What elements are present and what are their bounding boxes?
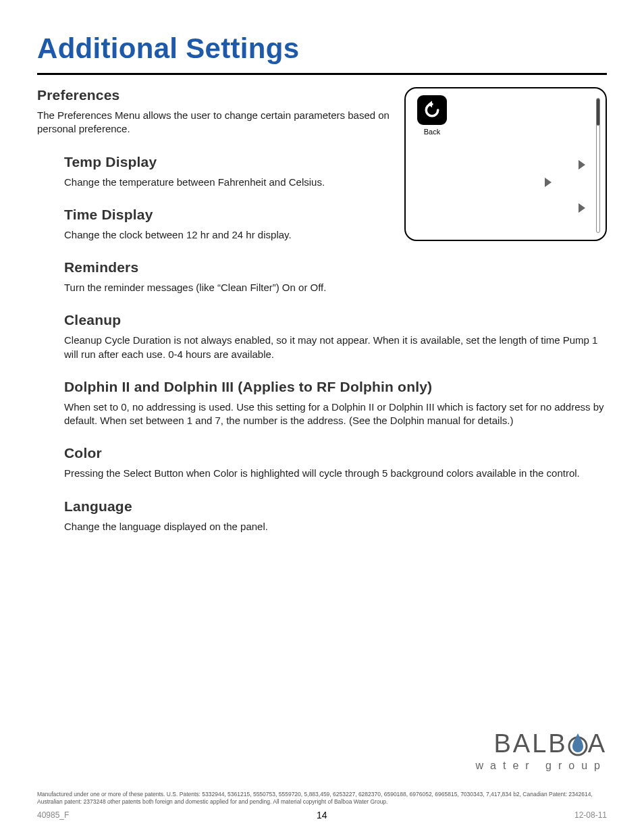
- chevron-right-icon[interactable]: [579, 203, 585, 213]
- brand-text-left: BALB: [493, 729, 567, 758]
- top-row: Preferences The Preferences Menu allows …: [37, 87, 607, 259]
- brand-tagline: water group: [37, 760, 607, 772]
- brand-logo: BALB A water group: [37, 729, 607, 772]
- temp-display-heading: Temp Display: [64, 154, 391, 170]
- cleanup-block: Cleanup Cleanup Cycle Duration is not al…: [37, 312, 607, 361]
- cleanup-body: Cleanup Cycle Duration is not always ena…: [64, 334, 607, 361]
- dolphin-block: Dolphin II and Dolphin III (Applies to R…: [37, 379, 607, 428]
- time-display-body: Change the clock between 12 hr and 24 hr…: [64, 228, 391, 242]
- brand-wordmark: BALB A: [493, 729, 607, 758]
- title-rule: [37, 73, 607, 75]
- back-arrow-icon: [417, 95, 447, 125]
- temp-display-body: Change the temperature between Fahrenhei…: [64, 176, 391, 189]
- preferences-body: The Preferences Menu allows the user to …: [37, 109, 391, 136]
- temp-display-block: Temp Display Change the temperature betw…: [37, 154, 391, 189]
- chevron-right-icon[interactable]: [545, 178, 552, 187]
- language-heading: Language: [64, 498, 607, 515]
- reminders-heading: Reminders: [64, 259, 607, 276]
- legal-text: Manufactured under one or more of these …: [37, 791, 607, 806]
- page-container: Additional Settings Preferences The Pref…: [0, 0, 644, 834]
- language-body: Change the language displayed on the pan…: [64, 520, 607, 533]
- water-drop-icon: [568, 731, 588, 756]
- doc-date: 12-08-11: [574, 810, 607, 820]
- dolphin-body: When set to 0, no addressing is used. Us…: [64, 400, 607, 428]
- chevron-right-icon[interactable]: [579, 160, 585, 170]
- scrollbar[interactable]: [596, 98, 600, 233]
- preferences-heading: Preferences: [37, 87, 391, 103]
- doc-id: 40985_F: [37, 810, 69, 820]
- time-display-block: Time Display Change the clock between 12…: [37, 207, 391, 242]
- screen-figure: Back: [404, 87, 607, 241]
- back-button[interactable]: Back: [414, 95, 450, 136]
- page-number: 14: [317, 810, 327, 820]
- scrollbar-thumb[interactable]: [597, 99, 599, 126]
- page-title: Additional Settings: [37, 32, 607, 65]
- preferences-block: Preferences The Preferences Menu allows …: [37, 87, 391, 259]
- time-display-heading: Time Display: [64, 207, 391, 223]
- color-heading: Color: [64, 445, 607, 461]
- cleanup-heading: Cleanup: [64, 312, 607, 328]
- back-label: Back: [414, 128, 450, 136]
- reminders-body: Turn the reminder messages (like “Clean …: [64, 281, 607, 294]
- reminders-block: Reminders Turn the reminder messages (li…: [37, 259, 607, 294]
- page-footer: BALB A water group Manufactured under on…: [37, 729, 607, 820]
- color-body: Pressing the Select Button when Color is…: [64, 467, 607, 480]
- panel-screen: Back: [404, 87, 607, 241]
- language-block: Language Change the language displayed o…: [37, 498, 607, 533]
- brand-text-right: A: [588, 729, 607, 758]
- color-block: Color Pressing the Select Button when Co…: [37, 445, 607, 480]
- footer-row: 40985_F 14 12-08-11: [37, 810, 607, 820]
- dolphin-heading: Dolphin II and Dolphin III (Applies to R…: [64, 379, 607, 395]
